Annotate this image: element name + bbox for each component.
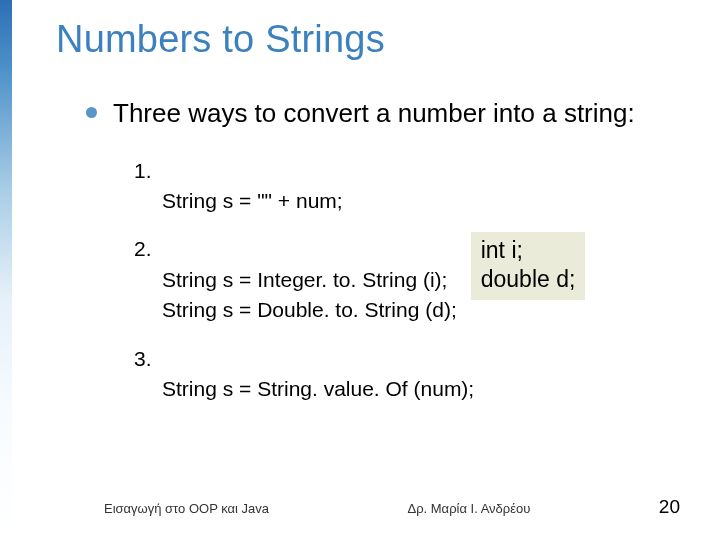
item-code-line: String s = "" + num; xyxy=(162,186,686,216)
item-number: 3. xyxy=(134,344,686,374)
slide-footer: Εισαγωγή στο OOP και Java Δρ. Μαρία Ι. Α… xyxy=(0,496,720,518)
item-number: 1. xyxy=(134,156,686,186)
item-code-line: String s = Integer. to. String (i); xyxy=(162,265,457,295)
callout-box: int i; double d; xyxy=(471,232,586,300)
list-item: 1. String s = "" + num; xyxy=(134,156,686,217)
callout-line: int i; xyxy=(481,236,576,265)
numbered-list: 1. String s = "" + num; 2. String s = In… xyxy=(134,156,686,405)
list-item: 2. String s = Integer. to. String (i); S… xyxy=(134,234,686,325)
item-number: 2. xyxy=(134,234,457,264)
slide-title: Numbers to Strings xyxy=(56,18,686,61)
footer-center: Δρ. Μαρία Ι. Ανδρέου xyxy=(269,501,659,516)
callout-line: double d; xyxy=(481,265,576,294)
item-code-block: 2. String s = Integer. to. String (i); S… xyxy=(134,234,457,325)
list-item: 3. String s = String. value. Of (num); xyxy=(134,344,686,405)
footer-page-number: 20 xyxy=(659,496,680,518)
bullet-dot-icon xyxy=(86,107,97,118)
item-code-line: String s = Double. to. String (d); xyxy=(162,295,457,325)
footer-left: Εισαγωγή στο OOP και Java xyxy=(104,501,269,516)
item-code-line: String s = String. value. Of (num); xyxy=(162,374,686,404)
slide: Numbers to Strings Three ways to convert… xyxy=(0,0,720,540)
bullet-text: Three ways to convert a number into a st… xyxy=(113,97,635,130)
bullet-item: Three ways to convert a number into a st… xyxy=(86,97,686,130)
